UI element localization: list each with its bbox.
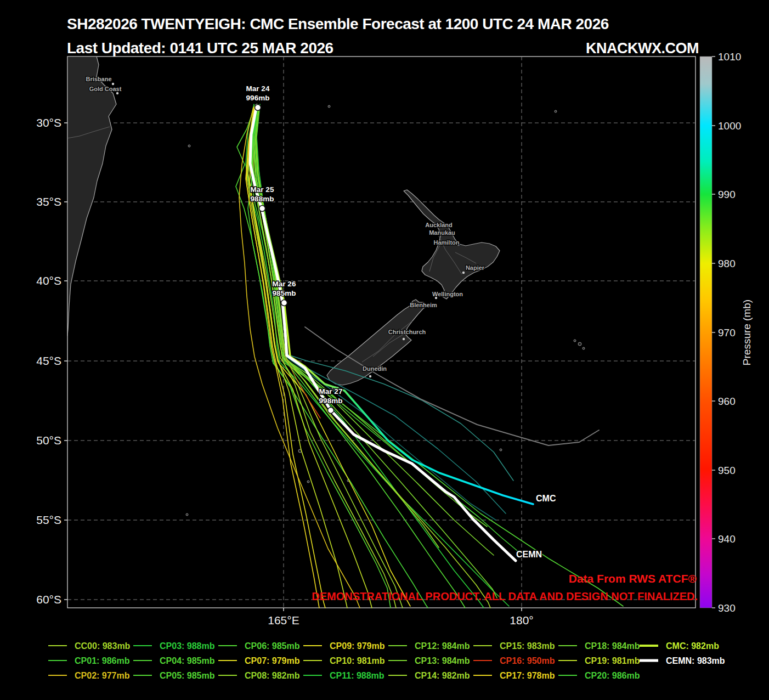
- track-CP10: [248, 106, 347, 608]
- small-island: [578, 342, 581, 346]
- forecast-pressure-label: 988mb: [251, 195, 274, 203]
- legend-label-CP18: CP18: 984mb: [585, 641, 640, 651]
- legend-label-CMC: CMC: 982mb: [666, 641, 719, 651]
- legend-label-CP16: CP16: 950mb: [500, 656, 555, 665]
- small-island: [307, 481, 309, 483]
- colorbar-tick-label: 1010: [718, 51, 741, 63]
- city-dot: [462, 272, 465, 274]
- legend-label-CP02: CP02: 977mb: [75, 671, 130, 680]
- lat-tick-label: 35°S: [36, 195, 61, 208]
- forecast-date-label: Mar 26: [273, 280, 296, 288]
- lat-tick-label: 55°S: [36, 513, 61, 526]
- small-island: [186, 513, 188, 516]
- page-title: SH282026 TWENTYEIGH: CMC Ensemble Foreca…: [67, 15, 609, 32]
- forecast-point-dot: [328, 408, 334, 414]
- legend-label-CP05: CP05: 985mb: [160, 671, 215, 680]
- legend-label-CP13: CP13: 984mb: [415, 656, 470, 665]
- colorbar-tick-label: 990: [718, 189, 736, 200]
- legend-label-CP06: CP06: 985mb: [245, 641, 300, 651]
- colorbar-tick-label: 980: [718, 258, 736, 269]
- legend-label-CP04: CP04: 985mb: [160, 656, 215, 665]
- colorbar-tick-label: 950: [718, 465, 736, 476]
- lat-tick-label: 40°S: [36, 274, 61, 287]
- lat-tick-label: 30°S: [36, 116, 61, 129]
- city-label: Christchurch: [388, 329, 426, 335]
- track-name-labels: CMCCEMN: [516, 494, 556, 559]
- city-label: Dunedin: [363, 365, 387, 372]
- colorbar-tick-label: 930: [718, 602, 736, 614]
- legend-label-CP03: CP03: 988mb: [160, 641, 215, 651]
- lat-tick-label: 60°S: [36, 593, 61, 606]
- australia-landmass: [67, 57, 116, 336]
- legend-label-CP12: CP12: 984mb: [415, 641, 470, 651]
- forecast-date-label: Mar 24: [246, 84, 270, 93]
- legend-label-CP07: CP07: 979mb: [245, 656, 300, 665]
- colorbar-tick-label: 970: [718, 327, 736, 338]
- legend-label-CC00: CC00: 983mb: [75, 641, 131, 651]
- forecast-pressure-label: 998mb: [319, 397, 343, 405]
- forecast-point-dot: [259, 206, 265, 212]
- city-label: Napier: [466, 264, 485, 271]
- track-CP13: [256, 105, 494, 555]
- legend-label-CP17: CP17: 978mb: [500, 671, 555, 680]
- colorbar-bar: [700, 57, 712, 608]
- city-dot: [403, 338, 405, 340]
- colorbar-tick-label: 1000: [718, 120, 741, 132]
- city-label: Gold Coast: [89, 86, 122, 92]
- lat-tick-label: 50°S: [36, 434, 61, 447]
- forecast-pressure-label: 985mb: [273, 289, 296, 297]
- track-CMC-track: [252, 105, 533, 504]
- legend-label-CP01: CP01: 986mb: [75, 656, 130, 665]
- small-island: [188, 145, 190, 147]
- legend-label-CP15: CP15: 983mb: [500, 641, 555, 651]
- forecast-date-label: Mar 27: [319, 387, 343, 396]
- page-subtitle: Last Updated: 0141 UTC 25 MAR 2026: [67, 39, 333, 57]
- legend-label-CP19: CP19: 981mb: [585, 656, 640, 665]
- lat-tick-label: 45°S: [36, 354, 61, 367]
- demo-disclaimer: DEMONSTRATIONAL PRODUCT. ALL DATA AND DE…: [312, 590, 698, 602]
- track-CP06: [256, 105, 623, 606]
- city-label: Wellington: [432, 291, 463, 297]
- city-label: Brisbane: [86, 76, 111, 82]
- track-CP08: [255, 105, 439, 547]
- colorbar-tick-label: 960: [718, 396, 736, 407]
- small-island: [583, 347, 585, 349]
- lon-tick-label: 180°: [510, 614, 533, 626]
- city-label: Blenheim: [410, 302, 437, 308]
- city-dot: [369, 375, 371, 377]
- coastlines: [67, 57, 585, 516]
- forecast-point-dot: [281, 300, 287, 306]
- track-name-cmc: CMC: [536, 494, 556, 503]
- track-name-cemn: CEMN: [516, 550, 542, 559]
- city-dot: [116, 92, 118, 94]
- legend-label-CP14: CP14: 982mb: [415, 671, 470, 680]
- small-island: [328, 105, 330, 108]
- forecast-date-label: Mar 25: [251, 185, 274, 194]
- forecast-pressure-label: 996mb: [246, 94, 270, 102]
- legend-label-CP09: CP09: 979mb: [330, 641, 385, 651]
- forecast-product: SH282026 TWENTYEIGH: CMC Ensemble Foreca…: [0, 0, 769, 700]
- watermark: KNACKWX.COM: [586, 40, 699, 57]
- legend-label-CP11: CP11: 988mb: [330, 671, 384, 680]
- lon-tick-label: 165°E: [268, 614, 299, 626]
- city-label: Hamilton: [433, 239, 459, 246]
- forecast-point-dot: [255, 105, 261, 111]
- legend-label-CP20: CP20: 986mb: [585, 671, 640, 680]
- pressure-colorbar: 10101000990980970960950940930Pressure (m…: [700, 51, 753, 614]
- legend-label-CP10: CP10: 981mb: [330, 656, 385, 665]
- small-island: [500, 449, 502, 451]
- city-label: Manukau: [429, 229, 455, 236]
- ensemble-tracks: [236, 104, 623, 608]
- small-island: [574, 340, 576, 342]
- south-island-landmass: [327, 300, 427, 385]
- data-source-note: Data From RWS ATCF®: [569, 572, 697, 585]
- city-dot: [112, 83, 114, 85]
- legend-label-CEMN: CEMN: 983mb: [666, 656, 725, 665]
- city-label: Auckland: [425, 222, 453, 228]
- colorbar-title: Pressure (mb): [741, 300, 753, 365]
- small-island: [555, 110, 557, 112]
- colorbar-tick-label: 940: [718, 533, 736, 545]
- member-legend: CC00: 983mbCP01: 986mbCP02: 977mbCP03: 9…: [48, 641, 725, 680]
- forecast-map-svg: SH282026 TWENTYEIGH: CMC Ensemble Foreca…: [0, 0, 769, 700]
- legend-label-CP08: CP08: 982mb: [245, 671, 300, 680]
